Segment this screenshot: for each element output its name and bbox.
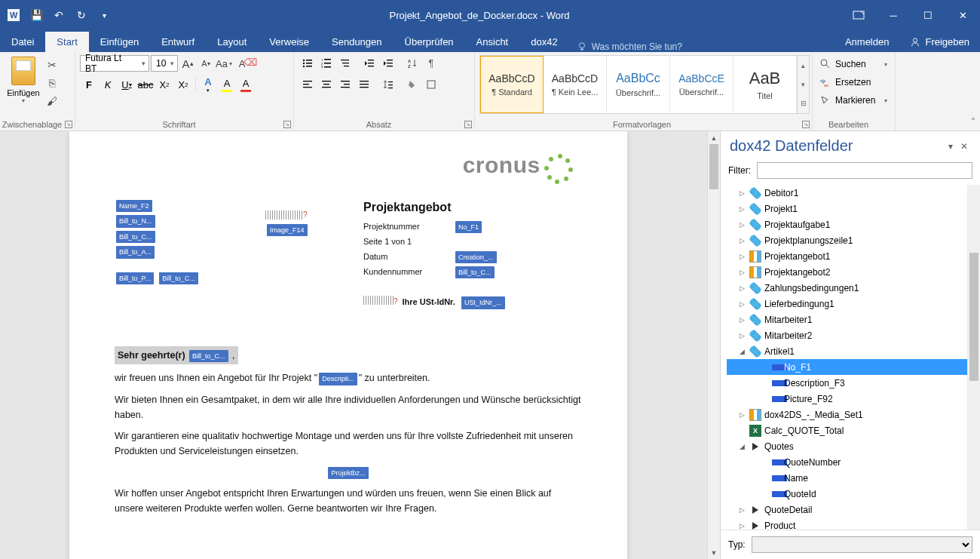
doc-scrollbar[interactable]: ▲ ▼ xyxy=(707,131,720,559)
typ-select[interactable] xyxy=(752,536,972,553)
style-heading1[interactable]: AaBbCcÜberschrif... xyxy=(607,56,670,113)
tree-scrollbar[interactable] xyxy=(967,185,980,530)
copy-icon[interactable]: ⎘ xyxy=(44,75,60,91)
superscript-button[interactable]: X2 xyxy=(174,76,192,93)
scroll-thumb[interactable] xyxy=(709,144,718,189)
style-nospacing[interactable]: AaBbCcD¶ Kein Lee... xyxy=(544,56,607,113)
format-painter-icon[interactable]: 🖌 xyxy=(44,93,60,109)
align-right-icon[interactable] xyxy=(336,76,354,93)
close-icon[interactable]: ✕ xyxy=(945,4,980,26)
tree-node[interactable]: No_F1 xyxy=(727,359,977,375)
bullets-icon[interactable] xyxy=(299,55,317,72)
style-title[interactable]: AaBTitel xyxy=(733,56,797,113)
tree-node[interactable]: ▷Projektangebot2 xyxy=(727,264,977,280)
expand-icon[interactable]: ▷ xyxy=(737,237,746,244)
word-menu-icon[interactable]: W xyxy=(3,5,24,26)
expand-icon[interactable]: ▷ xyxy=(737,284,746,292)
tree-node[interactable]: ◢Quotes xyxy=(727,438,977,454)
tab-entwurf[interactable]: Entwurf xyxy=(150,32,206,52)
filter-input[interactable] xyxy=(757,162,972,179)
expand-icon[interactable]: ▷ xyxy=(737,205,746,213)
expand-icon[interactable]: ▷ xyxy=(737,253,746,260)
tree-node[interactable]: ▷Zahlungsbedingungen1 xyxy=(727,280,977,296)
find-button[interactable]: Suchen▾ xyxy=(817,55,890,73)
cut-icon[interactable]: ✂ xyxy=(44,57,60,73)
panel-options-icon[interactable]: ▾ xyxy=(944,140,957,153)
expand-icon[interactable]: ◢ xyxy=(737,348,746,355)
subscript-button[interactable]: X2 xyxy=(155,76,173,93)
replace-button[interactable]: abacErsetzen xyxy=(817,73,890,91)
font-name-combo[interactable]: Futura Lt BT xyxy=(80,55,149,72)
tab-einfuegen[interactable]: Einfügen xyxy=(89,32,150,52)
save-icon[interactable]: 💾 xyxy=(26,5,47,26)
highlight-icon[interactable]: A xyxy=(218,76,236,93)
font-dialog-launcher[interactable]: ↘ xyxy=(283,121,291,128)
tree-node[interactable]: ▷Projektangebot1 xyxy=(727,248,977,264)
expand-icon[interactable]: ▷ xyxy=(737,411,746,419)
minimize-icon[interactable]: ─ xyxy=(876,4,911,26)
tree-node[interactable]: ▷QuoteDetail xyxy=(727,502,977,518)
tree-node[interactable]: ▷dox42DS_-_Media_Set1 xyxy=(727,407,977,422)
styles-dialog-launcher[interactable]: ↘ xyxy=(802,121,810,128)
tab-ansicht[interactable]: Ansicht xyxy=(465,32,520,52)
bold-button[interactable]: F xyxy=(80,76,98,93)
italic-button[interactable]: K xyxy=(99,76,117,93)
tree-node[interactable]: ▷Mitarbeiter1 xyxy=(727,312,977,327)
grow-font-icon[interactable]: A▴ xyxy=(179,55,196,72)
fields-tree[interactable]: ▷Debitor1▷Projekt1▷Projektaufgabe1▷Proje… xyxy=(721,185,980,530)
expand-icon[interactable]: ▷ xyxy=(737,316,746,324)
signin-button[interactable]: Anmelden xyxy=(835,32,900,52)
tab-dox42[interactable]: dox42 xyxy=(519,32,568,52)
tree-node[interactable]: Name xyxy=(727,470,977,486)
show-marks-icon[interactable]: ¶ xyxy=(422,55,440,72)
tree-node[interactable]: ▷Mitarbeiter2 xyxy=(727,327,977,343)
justify-icon[interactable] xyxy=(355,76,373,93)
tree-node[interactable]: ▷Projekt1 xyxy=(727,201,977,217)
expand-icon[interactable]: ▷ xyxy=(737,221,746,229)
tree-node[interactable]: ▷Lieferbedingung1 xyxy=(727,296,977,312)
borders-icon[interactable] xyxy=(422,76,440,93)
font-color-icon[interactable]: A xyxy=(237,76,255,93)
expand-icon[interactable]: ▷ xyxy=(737,269,746,276)
multilist-icon[interactable] xyxy=(336,55,354,72)
clear-formatting-icon[interactable]: A⌫ xyxy=(234,55,250,72)
line-spacing-icon[interactable] xyxy=(379,76,397,93)
underline-button[interactable]: U▾ xyxy=(118,76,136,93)
sort-icon[interactable]: AZ xyxy=(403,55,421,72)
style-heading2[interactable]: AaBbCcEÜberschrif... xyxy=(670,56,733,113)
numbering-icon[interactable]: 123 xyxy=(317,55,335,72)
tree-node[interactable]: ▷Projektplanungszeile1 xyxy=(727,232,977,248)
scroll-down-icon[interactable]: ▼ xyxy=(708,546,720,559)
undo-icon[interactable]: ↶ xyxy=(48,5,69,26)
tree-node[interactable]: QuoteId xyxy=(727,486,977,502)
collapse-ribbon-icon[interactable]: ˄ xyxy=(971,117,975,127)
document-page[interactable]: cronus Name_F2 Bill_to_N... Bill_to_C...… xyxy=(69,131,627,559)
align-left-icon[interactable] xyxy=(299,76,317,93)
strike-button[interactable]: abc xyxy=(136,76,155,93)
indent-icon[interactable] xyxy=(379,55,397,72)
font-size-combo[interactable]: 10 xyxy=(151,55,178,72)
shading-icon[interactable] xyxy=(403,76,421,93)
tree-node[interactable]: ◢Artikel1 xyxy=(727,343,977,359)
clipboard-dialog-launcher[interactable]: ↘ xyxy=(65,121,72,128)
maximize-icon[interactable]: ☐ xyxy=(911,4,945,26)
qat-dropdown-icon[interactable]: ▾ xyxy=(93,5,115,26)
tree-node[interactable]: ▷Projektaufgabe1 xyxy=(727,217,977,232)
tab-start[interactable]: Start xyxy=(45,32,88,52)
text-effects-icon[interactable]: A▾ xyxy=(199,76,217,93)
ribbon-options-icon[interactable] xyxy=(841,4,876,26)
tree-node[interactable]: XCalc_QUOTE_Total xyxy=(727,422,977,438)
outdent-icon[interactable] xyxy=(360,55,378,72)
tree-scroll-thumb[interactable] xyxy=(969,253,978,381)
select-button[interactable]: Markieren▾ xyxy=(817,91,890,109)
tab-verweise[interactable]: Verweise xyxy=(258,32,320,52)
expand-icon[interactable]: ▷ xyxy=(737,189,746,197)
tell-me[interactable]: Was möchten Sie tun? xyxy=(577,41,682,52)
tab-ueberpruefen[interactable]: Überprüfen xyxy=(394,32,465,52)
expand-icon[interactable]: ◢ xyxy=(737,443,746,450)
style-gallery-more[interactable]: ▴▾⊟ xyxy=(797,56,809,113)
tree-node[interactable]: ▷Debitor1 xyxy=(727,185,977,201)
tree-node[interactable]: Picture_F92 xyxy=(727,391,977,407)
para-dialog-launcher[interactable]: ↘ xyxy=(464,121,472,128)
change-case-icon[interactable]: Aa xyxy=(216,55,232,72)
